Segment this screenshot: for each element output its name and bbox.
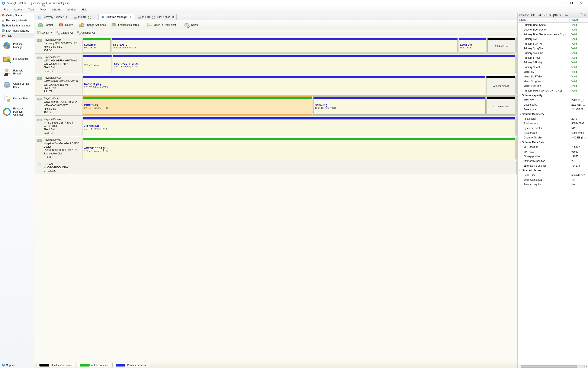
properties-rows[interactable]: Primary Boot SectorValidCopy of Boot Sec… <box>518 23 588 365</box>
toolbar2-layout-button[interactable]: Layout▼ <box>36 31 54 35</box>
left-nav-recovery-wizards[interactable]: Recovery Wizards <box>0 18 34 23</box>
tool-rollback-partition-changes[interactable]: RollbackPartitionChanges <box>0 106 34 118</box>
scrollbar-thumb[interactable] <box>521 365 577 368</box>
left-nav-getting-started[interactable]: Getting Started <box>0 13 34 18</box>
scroll-right-icon[interactable] <box>585 365 588 368</box>
property-value: Valid <box>570 23 588 27</box>
menu-wizards[interactable]: Wizards <box>49 7 64 12</box>
toolbar2-expand-all-button[interactable]: Expand All <box>55 31 75 35</box>
tool-file-organizer[interactable]: File Organizer <box>0 53 34 65</box>
tab-close-icon[interactable]: × <box>94 16 95 18</box>
property-value: 512 <box>570 126 588 130</box>
partition-block[interactable]: 128 MB Primar <box>82 55 112 73</box>
tab-close-icon[interactable]: × <box>172 16 174 18</box>
tabs: Recovery Explorer×PHOTO (I:)×Partition M… <box>34 13 517 20</box>
toolbar: FormatResizeChange AttributesEdit Boot R… <box>34 20 517 30</box>
drive-row[interactable]: PhysicalDrive5Kingston DataTraveler 2.0 … <box>35 137 516 160</box>
drive-list[interactable]: PhysicalDrive0Samsung SSD 960 PRO 1TBFix… <box>34 36 517 362</box>
toolbar-delete-button[interactable]: Delete <box>182 21 201 29</box>
toolbar-edit-boot-records-button[interactable]: Edit Boot Records <box>109 21 141 29</box>
property-section[interactable]: Volume capacity <box>518 93 588 98</box>
toolbar-icon <box>78 22 84 28</box>
partition-block[interactable]: 3tb refs (E:)2.73 TB Primary ReFS <box>82 117 516 135</box>
partition-block[interactable]: Local Dis852 MB Pri <box>459 38 487 53</box>
drive-row[interactable]: PhysicalDrive3WDC WD5001AALS-00L3B2WD-WC… <box>35 95 516 116</box>
tab-photo-i-[interactable]: PHOTO (I:)× <box>71 14 98 20</box>
property-section[interactable]: Volume Meta Data <box>518 140 588 145</box>
toolbar-open-in-disk-editor-button[interactable]: Open in Disk Editor <box>145 21 178 29</box>
tab-recovery-explorer[interactable]: Recovery Explorer× <box>35 14 70 20</box>
toolbar-resize-button[interactable]: Resize <box>56 21 75 29</box>
property-section[interactable]: Volume Geometry <box>518 112 588 117</box>
drive-row[interactable]: PhysicalDrive1WDC WD40EFRX-68WT0N0WD-WCC… <box>35 54 516 74</box>
tab-icon <box>73 15 77 19</box>
menu-help[interactable]: Help <box>79 7 90 12</box>
left-nav-disk-image-wizards[interactable]: Disk Image Wizards <box>0 28 34 33</box>
tab-partition-manager[interactable]: Partition Manager× <box>98 14 134 20</box>
property-name: Mirror $Volume <box>518 84 570 88</box>
drive-row[interactable]: PhysicalDrive0Samsung SSD 960 PRO 1TBFix… <box>35 37 516 54</box>
property-value: 786432 <box>570 145 588 149</box>
property-row: Mirror $LogFileValid <box>518 79 588 84</box>
tool-create-virtual-raid[interactable]: Create VirtualRAID <box>0 79 34 91</box>
toolbar-format-button[interactable]: Format <box>36 21 55 29</box>
menu-view[interactable]: View <box>37 7 49 12</box>
menu-actions[interactable]: Actions <box>11 7 25 12</box>
unallocated-block[interactable]: 2.34 MB Un <box>487 38 516 53</box>
partition-block[interactable]: System R500 MB Pri <box>82 38 111 53</box>
left-nav-tools[interactable]: Tools <box>0 33 34 38</box>
nav-label: Getting Started <box>6 14 23 17</box>
menu-tools[interactable]: Tools <box>25 7 37 12</box>
partition-block[interactable]: STORAGE_4TB (J:)3.64 TB Primary NTFS <box>113 55 516 73</box>
toolbar-label: Change Attributes <box>86 23 106 27</box>
property-value: Valid <box>570 75 588 79</box>
unallocated-block[interactable]: 2.02 MB Unallo <box>487 96 516 115</box>
scroll-left-icon[interactable] <box>518 365 521 368</box>
partition-block[interactable]: ACTIVE BOOT (K:)973 MB Primary FAT32 <box>82 138 516 159</box>
partition-block[interactable]: PHOTO (I:)270 GB Primary NTFS <box>82 96 312 115</box>
drive-row[interactable]: PhysicalDrive4INTEL SSDSC2BP480G4W1F2C81… <box>35 116 516 136</box>
property-row: Primary $MFTValid <box>518 37 588 41</box>
panel-restore-icon[interactable] <box>580 13 582 17</box>
partition-block[interactable]: BACKUP (G:)1.82 TB Primary NTFS <box>82 76 485 94</box>
property-value: 2048 <box>570 117 588 121</box>
property-name: $Bitmap file position <box>518 164 570 168</box>
property-section[interactable]: Scan Attributes <box>518 168 588 173</box>
property-row: Total size270 GB (289,40 <box>518 98 588 102</box>
unallocated-block[interactable]: 2.49 MB Unallo <box>486 76 516 94</box>
property-row: Primary MFT matches MFT MirrorValid <box>518 88 588 93</box>
maximize-button[interactable] <box>567 0 577 6</box>
tool-partition-manager[interactable]: PartitionManager <box>0 40 34 52</box>
partition-block[interactable]: DATA (D:)196 GB Primary NTFS <box>313 96 486 115</box>
minimize-button[interactable] <box>557 0 567 6</box>
tab-photo-i-disk-editor[interactable]: PHOTO (I:) - Disk Editor× <box>135 14 177 20</box>
svg-rect-83 <box>38 120 39 120</box>
col-value[interactable]: Value <box>570 18 588 22</box>
support-button[interactable]: i Support <box>0 362 34 368</box>
tab-close-icon[interactable]: × <box>66 16 68 18</box>
panel-close-icon[interactable] <box>584 13 586 17</box>
close-button[interactable] <box>577 0 586 6</box>
tool-decrypt-files[interactable]: Decrypt Files <box>0 92 34 104</box>
drive-row[interactable]: CDRom0HL-DT-STBDDVDRW CH12LS28 <box>35 161 516 174</box>
svg-point-79 <box>41 99 41 99</box>
nav-icon <box>2 19 5 22</box>
property-value: Valid <box>570 65 588 69</box>
toolbar2-label: Collapse All <box>81 31 95 34</box>
tool-forensic-report[interactable]: ForensicReport <box>0 66 34 78</box>
menu-window[interactable]: Window <box>64 7 79 12</box>
toolbar2-collapse-all-button[interactable]: Collapse All <box>75 31 97 35</box>
drive-row[interactable]: PhysicalDrive2WDC WD20EARS-00MVWB0WD-WCA… <box>35 75 516 95</box>
col-name[interactable]: Name <box>518 18 570 22</box>
properties-hscrollbar[interactable] <box>518 365 588 368</box>
property-name: Mirror $MFTMirr <box>518 75 570 79</box>
tool-label: File Organizer <box>13 57 29 60</box>
partition-block[interactable]: SYSTEM (C:)953 GB Primary NTFS <box>112 38 458 53</box>
tab-close-icon[interactable]: × <box>130 16 132 18</box>
menu-file[interactable]: File <box>1 7 11 12</box>
tool-icon <box>2 94 11 103</box>
property-name: Copy of Boot Sector <box>518 28 570 32</box>
titlebar: Active@ UNDELETE [Licensed to: LSoft Tec… <box>0 0 588 6</box>
left-nav-partition-management[interactable]: Partition Management <box>0 23 34 28</box>
toolbar-change-attributes-button[interactable]: Change Attributes <box>76 21 108 29</box>
